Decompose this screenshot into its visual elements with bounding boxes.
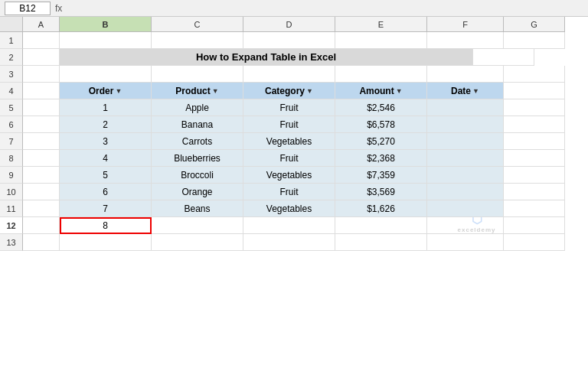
amount-dropdown-icon[interactable]: ▼ (396, 87, 403, 95)
cell-amount-header[interactable]: Amount ▼ (335, 83, 427, 99)
cell-date-4[interactable] (427, 150, 504, 167)
cell-c3[interactable] (152, 66, 243, 83)
cell-category-header[interactable]: Category ▼ (243, 83, 335, 99)
cell-category-3[interactable]: Vegetables (243, 133, 335, 150)
cell-b3[interactable] (60, 66, 152, 83)
cell-a13[interactable] (23, 234, 60, 251)
cell-date-header[interactable]: Date ▼ (427, 83, 504, 99)
cell-f1[interactable] (427, 32, 504, 49)
cell-category-2[interactable]: Fruit (243, 116, 335, 133)
cell-amount-6[interactable]: $3,569 (335, 184, 427, 200)
row-header-7[interactable]: 7 (0, 133, 23, 150)
col-header-a[interactable]: A (23, 17, 60, 32)
cell-g2[interactable] (473, 49, 534, 66)
cell-g5[interactable] (504, 99, 565, 116)
cell-g3[interactable] (504, 66, 565, 83)
row-header-9[interactable]: 9 (0, 167, 23, 184)
cell-product-7[interactable]: Beans (152, 200, 243, 217)
cell-date-3[interactable] (427, 133, 504, 150)
cell-product-6[interactable]: Orange (152, 184, 243, 200)
col-header-c[interactable]: C (152, 17, 243, 32)
cell-b13[interactable] (60, 234, 152, 251)
date-dropdown-icon[interactable]: ▼ (472, 87, 479, 95)
cell-f12[interactable]: ⬡ exceldemy EXCEL · DATA · BI (427, 217, 504, 234)
cell-product-4[interactable]: Blueberries (152, 150, 243, 167)
cell-g1[interactable] (504, 32, 565, 49)
cell-a3[interactable] (23, 66, 60, 83)
cell-a5[interactable] (23, 99, 60, 116)
cell-a9[interactable] (23, 167, 60, 184)
row-header-1[interactable]: 1 (0, 32, 23, 49)
cell-a10[interactable] (23, 184, 60, 200)
row-header-12[interactable]: 12 (0, 217, 23, 234)
cell-amount-4[interactable]: $2,368 (335, 150, 427, 167)
col-header-e[interactable]: E (335, 17, 427, 32)
cell-date-6[interactable] (427, 184, 504, 200)
cell-c1[interactable] (152, 32, 243, 49)
product-dropdown-icon[interactable]: ▼ (212, 87, 219, 95)
cell-a1[interactable] (23, 32, 60, 49)
cell-e13[interactable] (335, 234, 427, 251)
cell-d13[interactable] (243, 234, 335, 251)
cell-category-1[interactable]: Fruit (243, 99, 335, 116)
row-header-8[interactable]: 8 (0, 150, 23, 167)
name-box[interactable] (5, 2, 51, 15)
cell-a12[interactable] (23, 217, 60, 234)
cell-amount-7[interactable]: $1,626 (335, 200, 427, 217)
cell-category-7[interactable]: Vegetables (243, 200, 335, 217)
col-header-b[interactable]: B (60, 17, 152, 32)
cell-product-3[interactable]: Carrots (152, 133, 243, 150)
cell-b1[interactable] (60, 32, 152, 49)
row-header-3[interactable]: 3 (0, 66, 23, 83)
cell-e12[interactable] (335, 217, 427, 234)
row-header-2[interactable]: 2 (0, 49, 23, 66)
cell-date-5[interactable] (427, 167, 504, 184)
cell-g12[interactable] (504, 217, 565, 234)
col-header-f[interactable]: F (427, 17, 504, 32)
cell-order-5[interactable]: 5 (60, 167, 152, 184)
row-header-5[interactable]: 5 (0, 99, 23, 116)
cell-g13[interactable] (504, 234, 565, 251)
row-header-11[interactable]: 11 (0, 200, 23, 217)
cell-order-3[interactable]: 3 (60, 133, 152, 150)
cell-a2[interactable] (23, 49, 60, 66)
cell-a7[interactable] (23, 133, 60, 150)
cell-title[interactable]: How to Expand Table in Excel (60, 49, 473, 66)
cell-category-6[interactable]: Fruit (243, 184, 335, 200)
col-header-g[interactable]: G (504, 17, 565, 32)
cell-order-1[interactable]: 1 (60, 99, 152, 116)
cell-category-5[interactable]: Vegetables (243, 167, 335, 184)
cell-product-5[interactable]: Broccoli (152, 167, 243, 184)
cell-product-header[interactable]: Product ▼ (152, 83, 243, 99)
row-header-13[interactable]: 13 (0, 234, 23, 251)
cell-product-2[interactable]: Banana (152, 116, 243, 133)
cell-amount-3[interactable]: $5,270 (335, 133, 427, 150)
cell-e1[interactable] (335, 32, 427, 49)
cell-date-2[interactable] (427, 116, 504, 133)
cell-e3[interactable] (335, 66, 427, 83)
cell-d3[interactable] (243, 66, 335, 83)
cell-g4[interactable] (504, 83, 565, 99)
cell-a4[interactable] (23, 83, 60, 99)
cell-date-1[interactable] (427, 99, 504, 116)
category-dropdown-icon[interactable]: ▼ (306, 87, 313, 95)
cell-date-7[interactable] (427, 200, 504, 217)
cell-f3[interactable] (427, 66, 504, 83)
col-header-d[interactable]: D (243, 17, 335, 32)
cell-order-7[interactable]: 7 (60, 200, 152, 217)
cell-order-6[interactable]: 6 (60, 184, 152, 200)
cell-g10[interactable] (504, 184, 565, 200)
cell-d12[interactable] (243, 217, 335, 234)
row-header-10[interactable]: 10 (0, 184, 23, 200)
cell-b12-active[interactable]: 8 (60, 217, 152, 234)
cell-order-4[interactable]: 4 (60, 150, 152, 167)
cell-a6[interactable] (23, 116, 60, 133)
cell-f13[interactable] (427, 234, 504, 251)
cell-amount-2[interactable]: $6,578 (335, 116, 427, 133)
cell-product-1[interactable]: Apple (152, 99, 243, 116)
cell-g7[interactable] (504, 133, 565, 150)
cell-g6[interactable] (504, 116, 565, 133)
cell-category-4[interactable]: Fruit (243, 150, 335, 167)
cell-c13[interactable] (152, 234, 243, 251)
cell-g8[interactable] (504, 150, 565, 167)
